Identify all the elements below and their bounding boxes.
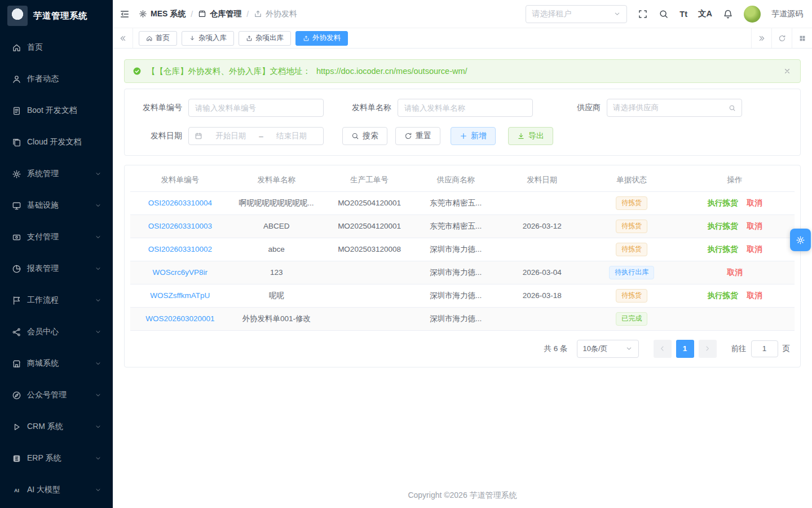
doc-alert-text: 【【仓库】外协发料、外协入库】文档地址： <box>147 66 311 77</box>
pick-action[interactable]: 执行拣货 <box>707 199 738 207</box>
sidebar-item-12[interactable]: CRM 系统 <box>0 411 113 443</box>
bell-icon[interactable] <box>723 9 733 19</box>
sidebar-item-8[interactable]: 工作流程 <box>0 284 113 316</box>
tab-2[interactable]: 杂项出库 <box>239 31 291 46</box>
breadcrumb-item-1[interactable]: 仓库管理 <box>198 9 241 19</box>
sidebar-item-2[interactable]: Boot 开发文档 <box>0 95 113 126</box>
add-button[interactable]: 新增 <box>451 127 496 145</box>
supplier-cell: 深圳市海力德... <box>416 307 496 330</box>
column-header-0: 发料单编号 <box>130 169 230 191</box>
sidebar-item-0[interactable]: 首页 <box>0 32 113 63</box>
pick-action[interactable]: 执行拣货 <box>707 245 738 253</box>
status-badge: 已完成 <box>616 312 647 326</box>
sidebar-item-label: CRM 系统 <box>27 422 63 432</box>
app-logo[interactable]: 芋道管理系统 <box>0 0 113 32</box>
order-no-link[interactable]: OSI202603310004 <box>148 199 212 207</box>
work-order-cell: MO202503120008 <box>323 238 416 261</box>
pick-action[interactable]: 执行拣货 <box>707 291 738 300</box>
order-no-link[interactable]: WOSZsffkmATpU <box>150 291 210 300</box>
close-icon[interactable] <box>783 67 791 75</box>
prev-page-button[interactable] <box>654 340 672 358</box>
language-icon[interactable]: 文A <box>698 9 712 19</box>
collapse-sidebar-icon[interactable] <box>120 9 130 19</box>
pagination-total: 共 6 条 <box>544 344 567 354</box>
order-name-label: 发料单名称 <box>324 103 391 113</box>
doc-alert-link[interactable]: https://doc.iocoder.cn/mes/outsource-wm/ <box>316 67 467 76</box>
sidebar-item-10[interactable]: 商城系统 <box>0 348 113 379</box>
sidebar-item-label: 会员中心 <box>27 327 59 337</box>
order-name-cell: 外协发料单001-修改 <box>230 307 323 330</box>
sidebar-item-7[interactable]: 报表管理 <box>0 253 113 284</box>
supplier-cell: 深圳市海力德... <box>416 261 496 284</box>
sidebar-item-6[interactable]: 支付管理 <box>0 221 113 253</box>
next-page-button[interactable] <box>699 340 717 358</box>
sidebar-item-label: Cloud 开发文档 <box>27 137 81 147</box>
gear-icon <box>12 169 21 179</box>
cancel-action[interactable]: 取消 <box>747 222 762 230</box>
fullscreen-icon[interactable] <box>638 9 648 19</box>
cancel-action[interactable]: 取消 <box>727 268 742 277</box>
gear-icon <box>796 235 805 245</box>
export-button[interactable]: 导出 <box>508 127 553 145</box>
order-no-link[interactable]: OSI202603310002 <box>148 245 212 253</box>
table-header-row: 发料单编号发料单名称生产工单号供应商名称发料日期单据状态操作 <box>130 169 795 191</box>
cpu-icon <box>139 10 147 18</box>
sidebar-item-14[interactable]: AIAI 大模型 <box>0 474 113 506</box>
chevron-down-icon <box>95 423 102 430</box>
sidebar-item-13[interactable]: ERP 系统 <box>0 443 113 474</box>
tabs-scroll-left-icon[interactable] <box>113 28 133 48</box>
layout-grid-icon[interactable] <box>792 28 812 48</box>
sidebar-item-9[interactable]: 会员中心 <box>0 316 113 348</box>
tenant-select[interactable]: 请选择租户 <box>526 5 627 23</box>
page-1-button[interactable]: 1 <box>676 340 694 358</box>
supplier-cell: 深圳市海力德... <box>416 238 496 261</box>
supplier-select[interactable]: 请选择供应商 <box>607 99 742 117</box>
user-icon <box>12 75 21 84</box>
settings-fab[interactable] <box>790 229 811 251</box>
sidebar-item-4[interactable]: 系统管理 <box>0 158 113 190</box>
tab-3[interactable]: 外协发料 <box>295 31 348 46</box>
sidebar-item-3[interactable]: Cloud 开发文档 <box>0 126 113 158</box>
work-order-cell <box>323 261 416 284</box>
page-size-select[interactable]: 10条/页 <box>577 340 639 358</box>
play-icon <box>12 422 21 432</box>
table-body: OSI202603310004啊呢呢呢呢呢呢呢呢...MO20250412000… <box>130 191 795 330</box>
pick-action[interactable]: 执行拣货 <box>707 222 738 230</box>
chevron-down-icon <box>95 170 102 177</box>
order-no-link[interactable]: WOScrc6yVP8ir <box>153 268 208 277</box>
search-button[interactable]: 搜索 <box>342 127 387 145</box>
reset-button[interactable]: 重置 <box>395 127 440 145</box>
date-range-input[interactable]: 开始日期 – 结束日期 <box>188 127 324 145</box>
user-avatar[interactable] <box>744 6 761 23</box>
order-no-link[interactable]: OSI202603310003 <box>148 222 212 230</box>
breadcrumb-item-0[interactable]: MES 系统 <box>139 9 186 19</box>
tab-1[interactable]: 杂项入库 <box>182 31 234 46</box>
column-header-1: 发料单名称 <box>230 169 323 191</box>
order-no-link[interactable]: WOS202603020001 <box>145 314 214 323</box>
goto-page-input[interactable] <box>751 340 778 357</box>
cancel-action[interactable]: 取消 <box>747 245 762 253</box>
supplier-field: 供应商 请选择供应商 <box>533 99 742 117</box>
column-header-6: 操作 <box>675 169 795 191</box>
work-order-cell <box>323 307 416 330</box>
header-actions: 请选择租户 Tt 文A 芋道源码 <box>526 5 803 23</box>
sidebar: 芋道管理系统 首页作者动态Boot 开发文档Cloud 开发文档系统管理基础设施… <box>0 0 113 508</box>
supplier-select-placeholder: 请选择供应商 <box>613 103 659 113</box>
sidebar-item-11[interactable]: 公众号管理 <box>0 379 113 411</box>
search-icon[interactable] <box>659 9 669 19</box>
tabs-scroll-right-icon[interactable] <box>751 28 771 48</box>
date-label: 发料日期 <box>135 131 182 141</box>
sidebar-item-label: 支付管理 <box>27 232 59 242</box>
tab-0[interactable]: 首页 <box>139 31 177 46</box>
cancel-action[interactable]: 取消 <box>747 199 762 207</box>
work-order-cell: MO202504120001 <box>323 214 416 238</box>
order-name-input[interactable] <box>398 99 533 117</box>
username[interactable]: 芋道源码 <box>771 9 803 19</box>
sidebar-item-1[interactable]: 作者动态 <box>0 63 113 95</box>
cancel-action[interactable]: 取消 <box>747 291 762 300</box>
sidebar-item-5[interactable]: 基础设施 <box>0 190 113 221</box>
order-no-input[interactable] <box>188 99 324 117</box>
refresh-page-icon[interactable] <box>771 28 792 48</box>
breadcrumb-item-2: 外协发料 <box>254 9 297 19</box>
font-size-icon[interactable]: Tt <box>679 9 687 19</box>
